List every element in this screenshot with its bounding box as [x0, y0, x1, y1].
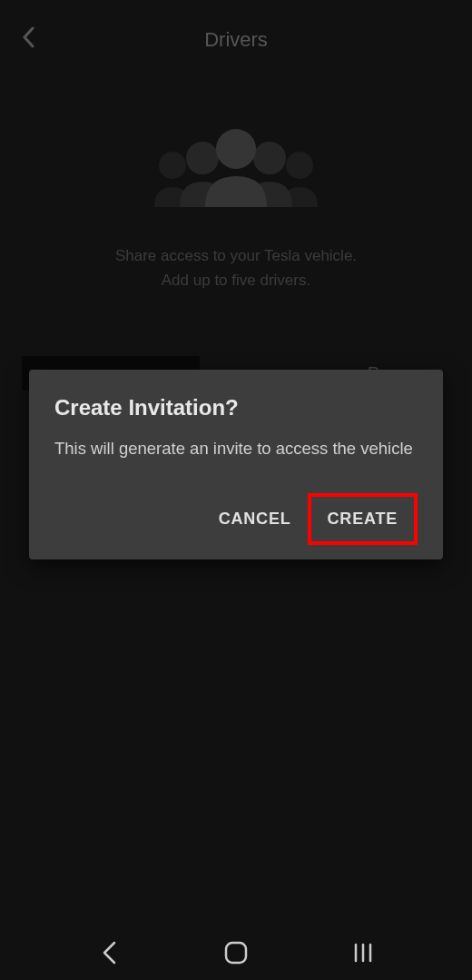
svg-point-2: [186, 142, 219, 174]
svg-point-1: [286, 152, 313, 179]
create-button[interactable]: CREATE: [308, 493, 418, 545]
svg-point-3: [253, 142, 286, 174]
page-title: Drivers: [204, 28, 268, 52]
dialog-body: This will generate an invite to access t…: [54, 437, 418, 460]
dialog-title: Create Invitation?: [54, 395, 418, 421]
subtitle-line2: Add up to five drivers.: [0, 268, 472, 292]
page-header: Drivers: [0, 0, 472, 80]
page-subtitle: Share access to your Tesla vehicle. Add …: [0, 243, 472, 292]
cancel-button[interactable]: CANCEL: [202, 493, 308, 545]
nav-recents-icon[interactable]: [345, 935, 381, 971]
create-invitation-dialog: Create Invitation? This will generate an…: [29, 370, 443, 559]
people-group-icon: [0, 125, 472, 216]
svg-point-0: [159, 152, 186, 179]
svg-point-4: [216, 129, 256, 169]
nav-home-icon[interactable]: [218, 935, 254, 971]
svg-rect-5: [226, 943, 246, 963]
system-nav-bar: [0, 926, 472, 980]
nav-back-icon[interactable]: [91, 935, 127, 971]
subtitle-line1: Share access to your Tesla vehicle.: [0, 243, 472, 268]
dialog-actions: CANCEL CREATE: [54, 493, 418, 545]
back-icon[interactable]: [22, 25, 34, 54]
